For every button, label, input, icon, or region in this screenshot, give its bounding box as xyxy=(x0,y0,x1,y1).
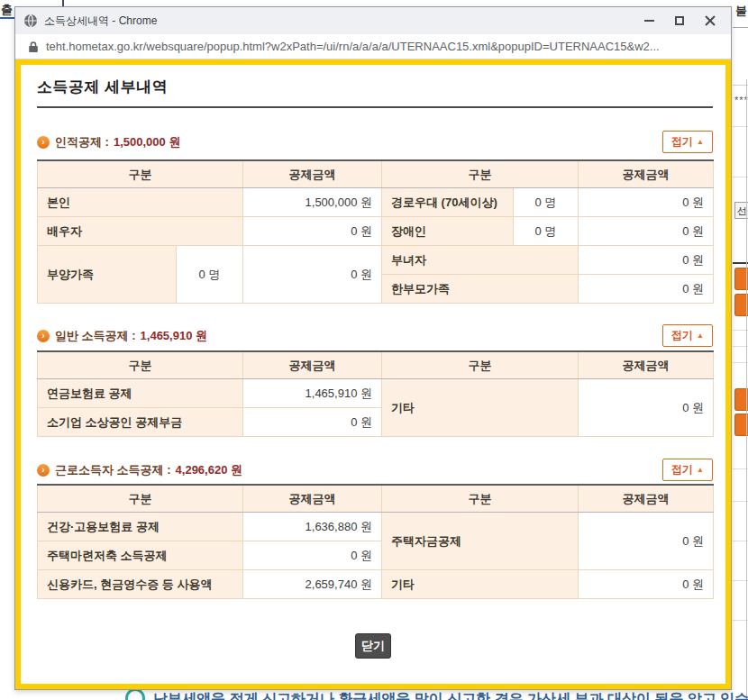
cell-value: 0 원 xyxy=(579,513,714,570)
section-label: 일반 소득공제 : xyxy=(55,328,136,344)
column-header: 구분 xyxy=(38,485,243,513)
page-title: 소득공제 세부내역 xyxy=(37,77,168,97)
column-header: 공제금액 xyxy=(243,485,382,513)
window-controls xyxy=(634,7,725,34)
cell-label: 주택자금공제 xyxy=(382,513,579,570)
cell-label: 연금보험료 공제 xyxy=(38,379,243,408)
column-header: 공제금액 xyxy=(243,160,382,188)
cell-label: 기타 xyxy=(382,379,579,437)
table-row: 본인 1,500,000 원 경로우대 (70세이상) 0 명 0 원 xyxy=(38,188,714,217)
collapse-label: 접기 xyxy=(671,328,693,343)
window-title: 소득상세내역 - Chrome xyxy=(44,14,157,29)
cell-value: 0 원 xyxy=(579,246,714,275)
section-amount: 4,296,620 원 xyxy=(176,462,242,478)
background-column-border xyxy=(746,79,747,700)
cell-label: 소기업 소상공인 공제부금 xyxy=(38,408,243,437)
table-row: 연금보험료 공제 1,465,910 원 기타 0 원 xyxy=(38,379,714,408)
background-text-top-left: 출 xyxy=(1,2,13,18)
collapse-label: 접기 xyxy=(671,462,693,477)
cell-label: 본인 xyxy=(38,188,243,217)
collapse-label: 접기 xyxy=(671,134,693,150)
personal-deduction-table: 구분 공제금액 구분 공제금액 본인 1,500,000 원 경로우대 (70세… xyxy=(37,159,714,304)
section-amount: 1,465,910 원 xyxy=(141,328,207,344)
column-header: 구분 xyxy=(382,351,579,379)
cell-value: 0 원 xyxy=(243,408,382,437)
table-header-row: 구분 공제금액 구분 공제금액 xyxy=(38,351,714,379)
popup-frame: 소득공제 세부내역 › 인적공제 : 1,500,000 원 접기 ▲ xyxy=(15,59,731,689)
cell-label: 한부모가족 xyxy=(382,275,579,304)
cell-count: 0 명 xyxy=(177,246,243,304)
cell-label: 장애인 xyxy=(382,217,514,246)
cell-count: 0 명 xyxy=(514,188,579,217)
column-header: 구분 xyxy=(382,485,579,513)
triangle-up-icon: ▲ xyxy=(697,332,704,340)
column-header: 공제금액 xyxy=(579,351,714,379)
cell-label: 경로우대 (70세이상) xyxy=(382,188,514,217)
earned-income-deduction-table: 구분 공제금액 구분 공제금액 건강·고용보험료 공제 1,636,880 원 … xyxy=(37,484,714,599)
section-label: 인적공제 : xyxy=(55,134,109,150)
popup-content: 소득공제 세부내역 › 인적공제 : 1,500,000 원 접기 ▲ xyxy=(21,65,725,684)
cell-value: 0 원 xyxy=(579,379,714,437)
background-underline xyxy=(0,17,14,19)
section-label: 근로소득자 소득공제 : xyxy=(55,462,171,478)
column-header: 공제금액 xyxy=(579,485,714,513)
cell-value: 0 원 xyxy=(579,217,714,246)
cell-label: 부양가족 xyxy=(38,246,177,304)
cell-label: 기타 xyxy=(382,570,579,599)
section-header-earned-income: › 근로소득자 소득공제 : 4,296,620 원 접기 ▲ xyxy=(37,459,713,482)
cell-value: 0 원 xyxy=(579,570,714,599)
cell-value: 1,636,880 원 xyxy=(243,513,382,541)
column-header: 공제금액 xyxy=(243,351,382,379)
popup-window: 소득상세내역 - Chrome teht.hometax.go.kr/websq… xyxy=(14,6,732,690)
cell-label: 주택마련저축 소득공제 xyxy=(38,541,243,570)
cell-count: 0 명 xyxy=(514,217,579,246)
table-row: 신용카드, 현금영수증 등 사용액 2,659,740 원 기타 0 원 xyxy=(38,570,714,599)
lock-icon xyxy=(28,41,39,53)
background-right-strip: 불 *** 선 xyxy=(733,0,748,700)
column-header: 구분 xyxy=(38,351,243,379)
address-url: teht.hometax.go.kr/websquare/popup.html?… xyxy=(46,40,660,53)
column-header: 구분 xyxy=(38,160,243,188)
section-header-personal: › 인적공제 : 1,500,000 원 접기 ▲ xyxy=(37,131,713,154)
triangle-up-icon: ▲ xyxy=(697,139,704,146)
title-divider xyxy=(37,106,713,108)
column-header: 공제금액 xyxy=(579,160,714,188)
column-header: 구분 xyxy=(382,160,579,188)
section-amount: 1,500,000 원 xyxy=(114,134,180,150)
screen: 출 불 *** 선 납부세액을 적게 신고하거나 환급세액을 많이 신고한 경우… xyxy=(0,0,748,700)
collapse-button-personal[interactable]: 접기 ▲ xyxy=(662,131,713,153)
close-dialog-button[interactable]: 닫기 xyxy=(355,633,391,659)
table-header-row: 구분 공제금액 구분 공제금액 xyxy=(38,485,714,513)
background-notice-text: 납부세액을 적게 신고하거나 환급세액을 많이 신고한 경우 가산세 부과 대상… xyxy=(153,690,748,700)
cell-value: 0 원 xyxy=(243,217,382,246)
cell-label: 배우자 xyxy=(38,217,243,246)
cell-value: 1,465,910 원 xyxy=(243,379,382,408)
chevron-circle-icon: › xyxy=(37,330,50,342)
globe-favicon-icon xyxy=(23,14,38,28)
collapse-button-earned-income[interactable]: 접기 ▲ xyxy=(662,459,713,481)
table-row: 건강·고용보험료 공제 1,636,880 원 주택자금공제 0 원 xyxy=(38,513,714,541)
cell-value: 0 원 xyxy=(579,275,714,304)
general-deduction-table: 구분 공제금액 구분 공제금액 연금보험료 공제 1,465,910 원 기타 … xyxy=(37,350,714,437)
cell-label: 부녀자 xyxy=(382,246,579,275)
section-header-general: › 일반 소득공제 : 1,465,910 원 접기 ▲ xyxy=(37,324,713,348)
cell-value: 1,500,000 원 xyxy=(243,188,382,217)
minimize-button[interactable] xyxy=(634,7,664,34)
chevron-circle-icon: › xyxy=(37,464,50,477)
triangle-up-icon: ▲ xyxy=(697,467,704,474)
background-line xyxy=(733,27,748,28)
background-divider xyxy=(62,0,64,6)
maximize-button[interactable] xyxy=(664,7,695,34)
cell-value: 0 원 xyxy=(579,188,714,217)
window-titlebar[interactable]: 소득상세내역 - Chrome xyxy=(15,7,731,34)
collapse-button-general[interactable]: 접기 ▲ xyxy=(662,324,713,347)
close-window-button[interactable] xyxy=(695,7,725,34)
cell-value: 0 원 xyxy=(243,541,382,570)
table-row: 배우자 0 원 장애인 0 명 0 원 xyxy=(38,217,714,246)
cell-label: 신용카드, 현금영수증 등 사용액 xyxy=(38,570,243,599)
table-header-row: 구분 공제금액 구분 공제금액 xyxy=(38,160,714,188)
table-row: 부양가족 0 명 0 원 부녀자 0 원 xyxy=(38,246,714,275)
chevron-circle-icon: › xyxy=(37,136,50,149)
address-bar[interactable]: teht.hometax.go.kr/websquare/popup.html?… xyxy=(15,34,731,59)
cell-label: 건강·고용보험료 공제 xyxy=(38,513,243,541)
